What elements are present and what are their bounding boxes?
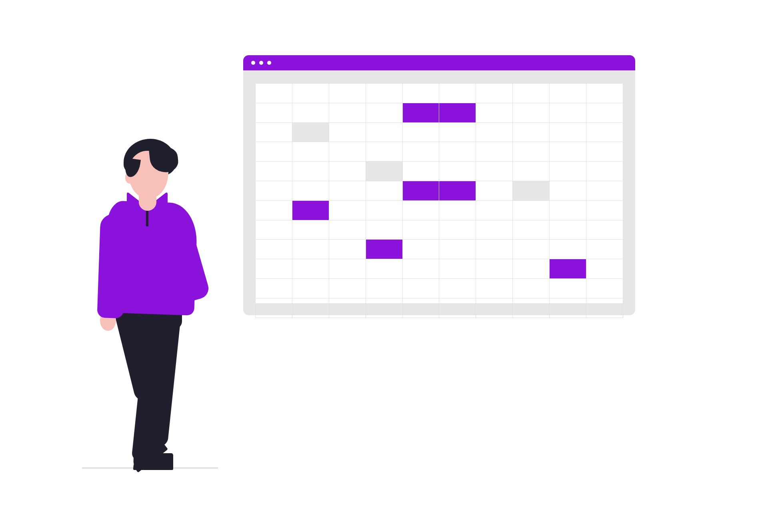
grid-cell [329, 84, 366, 103]
grid-cell [513, 142, 550, 162]
grid-cell [439, 142, 476, 162]
grid-cell [329, 103, 366, 122]
grid-cell [439, 220, 476, 240]
grid-cell [292, 84, 329, 103]
grid-cell [439, 103, 476, 122]
person-illustration [102, 142, 210, 474]
grid-cell [476, 278, 513, 298]
grid-cell [402, 122, 439, 142]
grid-cell [513, 298, 550, 318]
grid-cell [366, 84, 402, 103]
grid-cell [256, 298, 292, 318]
grid-cell [292, 259, 329, 279]
grid-cell [366, 200, 402, 220]
grid-cell [366, 162, 402, 181]
grid-cell [366, 278, 402, 298]
grid-cell [476, 84, 513, 103]
grid-cell [366, 220, 402, 240]
grid-cell [550, 122, 586, 142]
grid-cell [476, 240, 513, 259]
grid-cell [476, 298, 513, 318]
grid-cell [513, 200, 550, 220]
grid-cell [586, 103, 623, 122]
grid-cell [550, 84, 586, 103]
grid-cell [256, 200, 292, 220]
grid-cell [513, 162, 550, 181]
grid-cell [439, 181, 476, 200]
grid-cell [586, 181, 623, 200]
grid-cell [329, 259, 366, 279]
grid-cell [586, 278, 623, 298]
grid-cell [586, 200, 623, 220]
grid-cell [402, 181, 439, 200]
grid-cell [586, 162, 623, 181]
grid-cell [476, 181, 513, 200]
grid-cell [439, 298, 476, 318]
window-dot-icon [259, 61, 263, 65]
sleeve-left [97, 214, 127, 318]
window-titlebar [243, 55, 635, 70]
grid-cell [586, 142, 623, 162]
grid-cell [476, 200, 513, 220]
grid-cell [292, 142, 329, 162]
grid-cell [256, 103, 292, 122]
grid-cell [402, 278, 439, 298]
grid-cell [439, 200, 476, 220]
grid-cell [256, 181, 292, 200]
grid-cell [256, 142, 292, 162]
grid-cell [513, 84, 550, 103]
spreadsheet-window [243, 55, 635, 315]
grid-cell [256, 84, 292, 103]
grid-cell [402, 142, 439, 162]
grid-cell [439, 122, 476, 142]
grid-cell [513, 103, 550, 122]
grid-cell [292, 122, 329, 142]
grid-cell [586, 240, 623, 259]
grid-cell [586, 220, 623, 240]
window-dot-icon [267, 61, 271, 65]
grid-cell [550, 240, 586, 259]
grid-cell [329, 278, 366, 298]
grid-cell [329, 122, 366, 142]
grid-cell [329, 162, 366, 181]
grid-cell [329, 220, 366, 240]
grid-cell [513, 278, 550, 298]
grid-cell [329, 142, 366, 162]
grid-cell [366, 142, 402, 162]
grid-cell [439, 259, 476, 279]
grid-cell [513, 259, 550, 279]
grid-cell [550, 103, 586, 122]
grid-cell [366, 103, 402, 122]
grid-cell [329, 181, 366, 200]
grid-cell [402, 240, 439, 259]
grid-cell [476, 122, 513, 142]
spreadsheet-grid [255, 83, 623, 303]
grid-cell [550, 220, 586, 240]
grid-cell [476, 103, 513, 122]
grid-cell [366, 181, 402, 200]
grid-cell [256, 122, 292, 142]
grid-cell [402, 84, 439, 103]
grid-cell [550, 200, 586, 220]
grid-cell [292, 240, 329, 259]
grid-cell [292, 278, 329, 298]
grid-cell [292, 162, 329, 181]
window-dot-icon [251, 61, 255, 65]
grid-cell [439, 240, 476, 259]
grid-cell [439, 278, 476, 298]
grid-cell [402, 200, 439, 220]
grid-cell [476, 220, 513, 240]
grid-cell [476, 259, 513, 279]
grid-cell [256, 162, 292, 181]
grid-cell [476, 142, 513, 162]
grid-cell [439, 84, 476, 103]
grid-cell [402, 162, 439, 181]
grid-cell [550, 298, 586, 318]
grid-cell [366, 122, 402, 142]
grid-cell [513, 181, 550, 200]
grid-cell [586, 84, 623, 103]
grid-cell [366, 240, 402, 259]
grid-cell [550, 162, 586, 181]
grid-cell [292, 181, 329, 200]
grid-cell [550, 142, 586, 162]
